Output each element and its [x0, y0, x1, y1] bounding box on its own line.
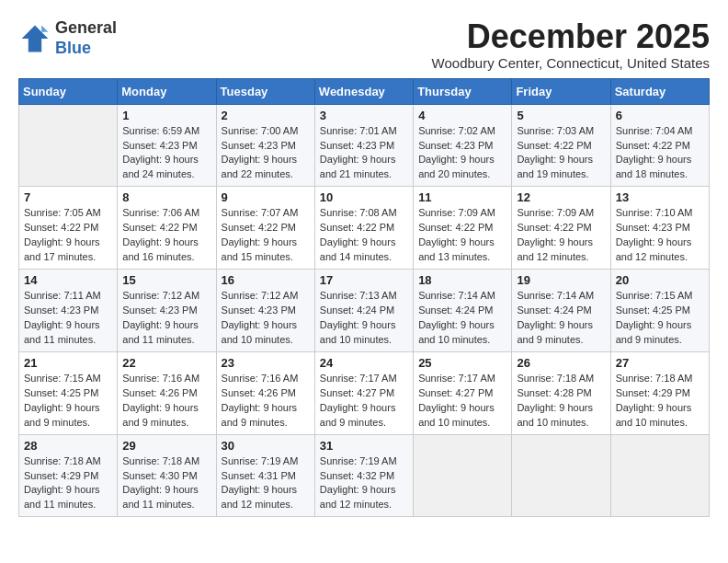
day-header-saturday: Saturday [610, 78, 709, 104]
calendar-week-row: 1Sunrise: 6:59 AM Sunset: 4:23 PM Daylig… [19, 104, 710, 187]
day-info: Sunrise: 7:09 AM Sunset: 4:22 PM Dayligh… [418, 206, 506, 265]
day-number: 17 [320, 273, 408, 287]
day-number: 1 [122, 109, 210, 122]
day-number: 14 [24, 273, 112, 287]
day-number: 5 [517, 109, 605, 122]
day-number: 11 [418, 190, 506, 204]
title-block: December 2025 Woodbury Center, Connectic… [432, 18, 710, 71]
calendar-cell: 3Sunrise: 7:01 AM Sunset: 4:23 PM Daylig… [314, 104, 413, 187]
calendar-cell: 24Sunrise: 7:17 AM Sunset: 4:27 PM Dayli… [314, 351, 413, 434]
day-number: 23 [222, 356, 310, 370]
day-number: 18 [418, 273, 506, 287]
day-number: 29 [122, 439, 210, 453]
day-header-sunday: Sunday [19, 78, 118, 104]
day-info: Sunrise: 7:10 AM Sunset: 4:23 PM Dayligh… [616, 206, 704, 265]
day-info: Sunrise: 7:04 AM Sunset: 4:22 PM Dayligh… [616, 124, 704, 183]
calendar-cell: 10Sunrise: 7:08 AM Sunset: 4:22 PM Dayli… [314, 187, 413, 270]
day-number: 25 [418, 356, 506, 370]
day-info: Sunrise: 7:11 AM Sunset: 4:23 PM Dayligh… [24, 289, 112, 348]
calendar-cell: 26Sunrise: 7:18 AM Sunset: 4:28 PM Dayli… [512, 351, 610, 434]
calendar-week-row: 28Sunrise: 7:18 AM Sunset: 4:29 PM Dayli… [19, 434, 710, 517]
day-info: Sunrise: 7:09 AM Sunset: 4:22 PM Dayligh… [517, 206, 605, 265]
calendar-cell: 23Sunrise: 7:16 AM Sunset: 4:26 PM Dayli… [216, 351, 314, 434]
day-info: Sunrise: 6:59 AM Sunset: 4:23 PM Dayligh… [122, 124, 210, 183]
day-number: 28 [24, 439, 112, 453]
calendar-header-row: SundayMondayTuesdayWednesdayThursdayFrid… [19, 78, 710, 104]
day-header-friday: Friday [512, 78, 610, 104]
day-number: 31 [320, 439, 408, 453]
day-info: Sunrise: 7:12 AM Sunset: 4:23 PM Dayligh… [122, 289, 210, 348]
day-info: Sunrise: 7:05 AM Sunset: 4:22 PM Dayligh… [24, 206, 112, 265]
day-header-thursday: Thursday [414, 78, 512, 104]
month-title: December 2025 [432, 18, 710, 55]
day-number: 13 [616, 190, 704, 204]
calendar-cell: 19Sunrise: 7:14 AM Sunset: 4:24 PM Dayli… [512, 270, 610, 352]
calendar-cell: 29Sunrise: 7:18 AM Sunset: 4:30 PM Dayli… [118, 434, 216, 517]
page-header: General Blue December 2025 Woodbury Cent… [18, 18, 710, 71]
calendar-cell: 4Sunrise: 7:02 AM Sunset: 4:23 PM Daylig… [414, 104, 512, 187]
calendar-cell [414, 434, 512, 517]
calendar-cell: 6Sunrise: 7:04 AM Sunset: 4:22 PM Daylig… [610, 104, 709, 187]
day-info: Sunrise: 7:06 AM Sunset: 4:22 PM Dayligh… [122, 206, 210, 265]
day-info: Sunrise: 7:14 AM Sunset: 4:24 PM Dayligh… [418, 289, 506, 348]
day-number: 19 [517, 273, 605, 287]
day-info: Sunrise: 7:14 AM Sunset: 4:24 PM Dayligh… [517, 289, 605, 348]
day-number: 22 [122, 356, 210, 370]
day-number: 6 [616, 109, 704, 122]
calendar-cell: 21Sunrise: 7:15 AM Sunset: 4:25 PM Dayli… [19, 351, 118, 434]
calendar-cell: 14Sunrise: 7:11 AM Sunset: 4:23 PM Dayli… [19, 270, 118, 352]
day-number: 10 [320, 190, 408, 204]
calendar-cell: 8Sunrise: 7:06 AM Sunset: 4:22 PM Daylig… [118, 187, 216, 270]
day-number: 27 [616, 356, 704, 370]
calendar-cell [512, 434, 610, 517]
day-info: Sunrise: 7:16 AM Sunset: 4:26 PM Dayligh… [222, 372, 310, 431]
calendar-cell: 16Sunrise: 7:12 AM Sunset: 4:23 PM Dayli… [216, 270, 314, 352]
location: Woodbury Center, Connecticut, United Sta… [432, 55, 710, 71]
calendar-cell: 15Sunrise: 7:12 AM Sunset: 4:23 PM Dayli… [118, 270, 216, 352]
calendar-cell: 25Sunrise: 7:17 AM Sunset: 4:27 PM Dayli… [414, 351, 512, 434]
logo-icon [18, 22, 51, 55]
logo-text: General Blue [55, 18, 117, 58]
day-number: 26 [517, 356, 605, 370]
day-number: 20 [616, 273, 704, 287]
day-info: Sunrise: 7:17 AM Sunset: 4:27 PM Dayligh… [418, 372, 506, 431]
calendar-cell: 1Sunrise: 6:59 AM Sunset: 4:23 PM Daylig… [118, 104, 216, 187]
calendar-cell: 12Sunrise: 7:09 AM Sunset: 4:22 PM Dayli… [512, 187, 610, 270]
calendar-table: SundayMondayTuesdayWednesdayThursdayFrid… [18, 78, 710, 518]
calendar-cell: 2Sunrise: 7:00 AM Sunset: 4:23 PM Daylig… [216, 104, 314, 187]
calendar-cell: 20Sunrise: 7:15 AM Sunset: 4:25 PM Dayli… [610, 270, 709, 352]
calendar-cell: 17Sunrise: 7:13 AM Sunset: 4:24 PM Dayli… [314, 270, 413, 352]
logo: General Blue [18, 18, 117, 58]
day-number: 30 [222, 439, 310, 453]
calendar-cell: 9Sunrise: 7:07 AM Sunset: 4:22 PM Daylig… [216, 187, 314, 270]
day-header-tuesday: Tuesday [216, 78, 314, 104]
calendar-week-row: 21Sunrise: 7:15 AM Sunset: 4:25 PM Dayli… [19, 351, 710, 434]
day-info: Sunrise: 7:16 AM Sunset: 4:26 PM Dayligh… [122, 372, 210, 431]
calendar-cell: 27Sunrise: 7:18 AM Sunset: 4:29 PM Dayli… [610, 351, 709, 434]
calendar-cell [19, 104, 118, 187]
day-header-monday: Monday [118, 78, 216, 104]
day-number: 8 [122, 190, 210, 204]
day-number: 16 [222, 273, 310, 287]
day-number: 9 [222, 190, 310, 204]
day-info: Sunrise: 7:15 AM Sunset: 4:25 PM Dayligh… [616, 289, 704, 348]
day-info: Sunrise: 7:18 AM Sunset: 4:28 PM Dayligh… [517, 372, 605, 431]
day-number: 24 [320, 356, 408, 370]
day-number: 15 [122, 273, 210, 287]
calendar-cell: 28Sunrise: 7:18 AM Sunset: 4:29 PM Dayli… [19, 434, 118, 517]
day-info: Sunrise: 7:19 AM Sunset: 4:32 PM Dayligh… [320, 454, 408, 513]
calendar-cell: 18Sunrise: 7:14 AM Sunset: 4:24 PM Dayli… [414, 270, 512, 352]
day-number: 7 [24, 190, 112, 204]
calendar-cell: 7Sunrise: 7:05 AM Sunset: 4:22 PM Daylig… [19, 187, 118, 270]
day-number: 12 [517, 190, 605, 204]
day-number: 4 [418, 109, 506, 122]
calendar-cell: 31Sunrise: 7:19 AM Sunset: 4:32 PM Dayli… [314, 434, 413, 517]
day-number: 2 [222, 109, 310, 122]
calendar-cell: 22Sunrise: 7:16 AM Sunset: 4:26 PM Dayli… [118, 351, 216, 434]
day-info: Sunrise: 7:03 AM Sunset: 4:22 PM Dayligh… [517, 124, 605, 183]
day-info: Sunrise: 7:18 AM Sunset: 4:29 PM Dayligh… [24, 454, 112, 513]
day-info: Sunrise: 7:17 AM Sunset: 4:27 PM Dayligh… [320, 372, 408, 431]
day-info: Sunrise: 7:01 AM Sunset: 4:23 PM Dayligh… [320, 124, 408, 183]
day-info: Sunrise: 7:13 AM Sunset: 4:24 PM Dayligh… [320, 289, 408, 348]
calendar-week-row: 7Sunrise: 7:05 AM Sunset: 4:22 PM Daylig… [19, 187, 710, 270]
